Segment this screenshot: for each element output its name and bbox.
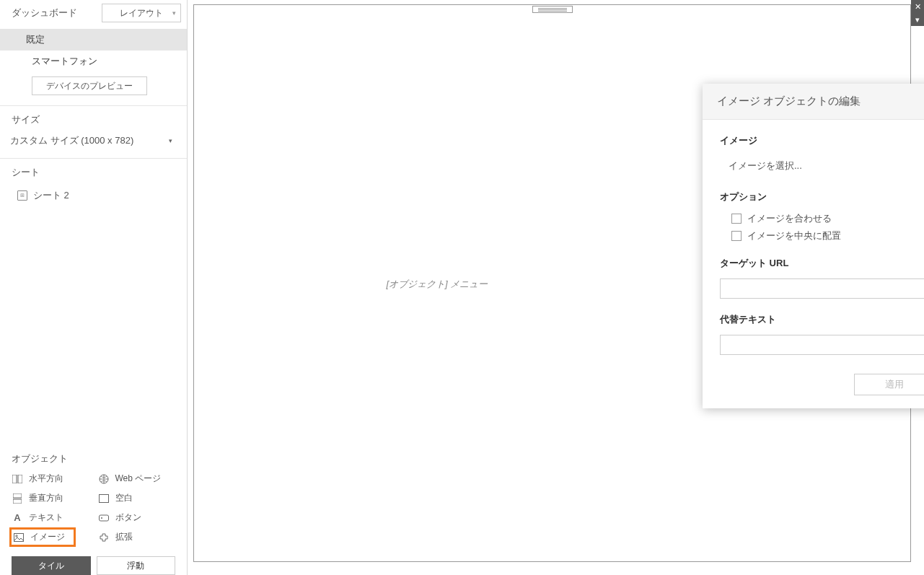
- size-section-label: サイズ: [0, 106, 187, 129]
- extension-icon: [98, 532, 110, 543]
- chevron-down-icon: ▾: [169, 137, 172, 144]
- size-select[interactable]: カスタム サイズ (1000 x 782) ▾: [10, 131, 177, 151]
- svg-rect-8: [14, 533, 24, 541]
- options-field-label: オプション: [720, 190, 924, 203]
- device-item-default[interactable]: 既定: [0, 29, 187, 51]
- alt-text-input[interactable]: [720, 335, 924, 355]
- layout-mode-tabs: タイル 浮動: [0, 552, 187, 575]
- globe-icon: [98, 473, 110, 485]
- svg-rect-6: [99, 515, 108, 521]
- svg-rect-0: [12, 475, 17, 483]
- fit-image-label: イメージを合わせる: [747, 212, 832, 225]
- center-image-checkbox[interactable]: [731, 231, 742, 241]
- sheet-section-label: シート: [0, 159, 187, 182]
- svg-point-9: [16, 535, 17, 536]
- canvas-menu-button[interactable]: ▾: [911, 13, 924, 26]
- blank-icon: [98, 493, 110, 504]
- svg-rect-5: [99, 494, 108, 502]
- vertical-icon: [12, 493, 23, 504]
- canvas-area: [オブジェクト] メニュー ✕ ▾ イメージ オブジェクトの編集 ✕ イメージ …: [188, 0, 924, 575]
- object-button[interactable]: ボタン: [98, 510, 176, 525]
- image-icon: [13, 532, 25, 543]
- target-url-label: ターゲット URL: [720, 257, 924, 270]
- target-url-input[interactable]: [720, 278, 924, 299]
- fit-image-checkbox[interactable]: [731, 214, 742, 224]
- object-image[interactable]: イメージ: [9, 527, 76, 547]
- edit-image-dialog: イメージ オブジェクトの編集 ✕ イメージ イメージを選択... 選択 オプショ…: [703, 84, 924, 408]
- device-preview-button[interactable]: デバイスのプレビュー: [32, 76, 147, 95]
- objects-section: オブジェクト 水平方向 Web ページ: [0, 447, 187, 552]
- object-horizontal[interactable]: 水平方向: [12, 471, 89, 486]
- object-webpage[interactable]: Web ページ: [98, 471, 176, 486]
- image-select-text: イメージを選択...: [720, 159, 924, 172]
- close-canvas-button[interactable]: ✕: [911, 0, 924, 13]
- svg-rect-4: [13, 499, 22, 504]
- object-text[interactable]: A テキスト: [12, 510, 89, 525]
- tile-tab[interactable]: タイル: [12, 556, 91, 575]
- svg-point-7: [101, 517, 102, 519]
- sheet-name: シート 2: [33, 189, 69, 202]
- alt-text-label: 代替テキスト: [720, 313, 924, 326]
- device-item-smartphone[interactable]: スマートフォン: [0, 51, 187, 72]
- apply-button[interactable]: 適用: [854, 374, 924, 395]
- canvas-placeholder-text: [オブジェクト] メニュー: [387, 278, 488, 291]
- float-tab[interactable]: 浮動: [97, 556, 176, 575]
- device-list: 既定 スマートフォン デバイスのプレビュー: [0, 26, 187, 105]
- objects-section-label: オブジェクト: [12, 452, 175, 465]
- canvas-drag-handle[interactable]: [532, 6, 573, 13]
- tab-layout-select[interactable]: レイアウト ▾: [102, 4, 181, 22]
- image-field-label: イメージ: [720, 134, 924, 147]
- tab-dashboard[interactable]: ダッシュボード: [0, 1, 89, 25]
- sheet-icon: ⊞: [17, 190, 27, 201]
- object-extension[interactable]: 拡張: [98, 530, 176, 545]
- object-vertical[interactable]: 垂直方向: [12, 491, 89, 506]
- sheet-list: ⊞ シート 2: [0, 182, 187, 447]
- svg-rect-3: [13, 493, 22, 498]
- center-image-label: イメージを中央に配置: [747, 229, 841, 242]
- dropdown-caret-icon: ▾: [172, 9, 176, 17]
- dialog-title: イメージ オブジェクトの編集: [717, 95, 924, 108]
- button-icon: [98, 512, 110, 524]
- object-blank[interactable]: 空白: [98, 491, 176, 506]
- tab-layout-label: レイアウト: [120, 7, 163, 19]
- horizontal-icon: [12, 473, 23, 485]
- sheet-item[interactable]: ⊞ シート 2: [0, 185, 187, 206]
- canvas-right-controls: ✕ ▾: [911, 0, 924, 26]
- svg-rect-1: [18, 475, 22, 483]
- size-value: カスタム サイズ (1000 x 782): [10, 134, 133, 147]
- text-icon: A: [12, 512, 23, 524]
- sidebar: ダッシュボード レイアウト ▾ 既定 スマートフォン デバイスのプレビュー サイ…: [0, 0, 188, 575]
